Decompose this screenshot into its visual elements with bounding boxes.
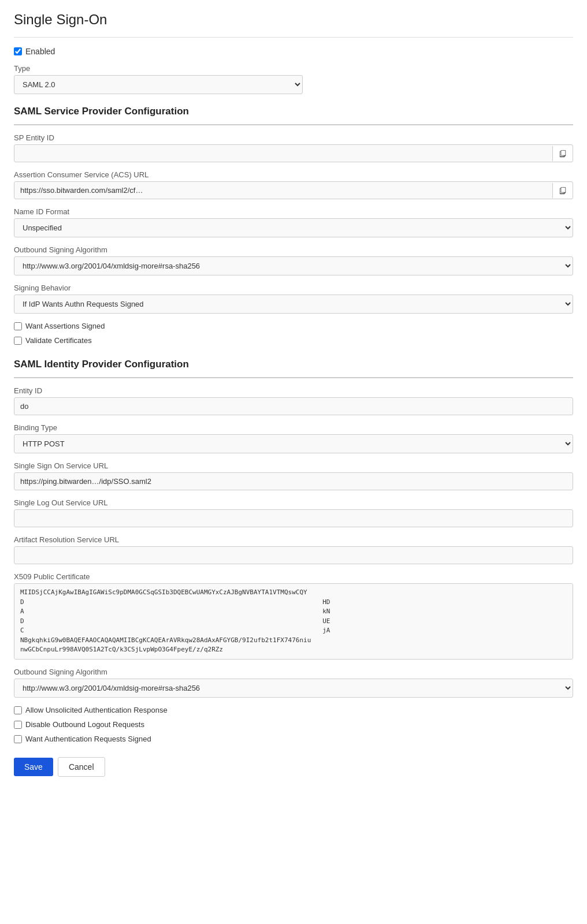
name-id-format-label: Name ID Format bbox=[14, 207, 573, 216]
sp-outbound-signing-select[interactable]: http://www.w3.org/2001/04/xmldsig-more#r… bbox=[14, 256, 573, 275]
x509-cert-input[interactable]: MIIDSjCCAjKgAwIBAgIGAWiSc9pDMA0GCSqGSIb3… bbox=[14, 584, 573, 659]
want-assertions-signed-checkbox[interactable] bbox=[14, 322, 22, 330]
sp-config-title: SAML Service Provider Configuration bbox=[14, 106, 573, 117]
binding-type-label: Binding Type bbox=[14, 423, 573, 432]
binding-type-group: Binding Type HTTP POST HTTP Redirect Art… bbox=[14, 423, 573, 453]
idp-entity-id-group: Entity ID bbox=[14, 386, 573, 415]
artifact-resolution-url-input[interactable] bbox=[14, 546, 573, 564]
signing-behavior-select[interactable]: If IdP Wants Authn Requests Signed Alway… bbox=[14, 295, 573, 314]
want-authn-requests-signed-group: Want Authentication Requests Signed bbox=[14, 735, 573, 743]
sp-config-section: SAML Service Provider Configuration SP E… bbox=[14, 106, 573, 345]
acs-url-wrapper bbox=[14, 181, 573, 199]
acs-url-label: Assertion Consumer Service (ACS) URL bbox=[14, 170, 573, 179]
slo-service-url-input[interactable] bbox=[14, 509, 573, 527]
idp-config-title: SAML Identity Provider Configuration bbox=[14, 359, 573, 370]
enabled-checkbox[interactable] bbox=[14, 47, 22, 55]
want-authn-requests-signed-checkbox[interactable] bbox=[14, 735, 22, 743]
idp-entity-id-label: Entity ID bbox=[14, 386, 573, 395]
allow-unsolicited-label[interactable]: Allow Unsolicited Authentication Respons… bbox=[25, 706, 168, 714]
page-divider bbox=[14, 37, 573, 38]
type-select[interactable]: SAML 2.0 OpenID Connect bbox=[14, 75, 303, 94]
copy-icon-acs bbox=[559, 187, 567, 195]
validate-certificates-group: Validate Certificates bbox=[14, 336, 573, 345]
allow-unsolicited-checkbox[interactable] bbox=[14, 706, 22, 714]
actions-row: Save Cancel bbox=[14, 757, 573, 777]
signing-behavior-label: Signing Behavior bbox=[14, 284, 573, 292]
sp-outbound-signing-group: Outbound Signing Algorithm http://www.w3… bbox=[14, 245, 573, 275]
validate-certificates-checkbox[interactable] bbox=[14, 337, 22, 345]
sp-entity-id-label: SP Entity ID bbox=[14, 133, 573, 142]
idp-config-section: SAML Identity Provider Configuration Ent… bbox=[14, 359, 573, 743]
enabled-label[interactable]: Enabled bbox=[25, 47, 55, 56]
allow-unsolicited-group: Allow Unsolicited Authentication Respons… bbox=[14, 706, 573, 714]
acs-url-group: Assertion Consumer Service (ACS) URL bbox=[14, 170, 573, 199]
want-authn-requests-signed-label[interactable]: Want Authentication Requests Signed bbox=[25, 735, 151, 743]
disable-outbound-logout-label[interactable]: Disable Outbound Logout Requests bbox=[25, 720, 144, 729]
name-id-format-select[interactable]: Unspecified Email Address Persistent Tra… bbox=[14, 218, 573, 237]
sso-service-url-input[interactable] bbox=[14, 472, 573, 490]
binding-type-select[interactable]: HTTP POST HTTP Redirect Artifact bbox=[14, 434, 573, 453]
page-title: Single Sign-On bbox=[14, 12, 573, 28]
sp-entity-id-wrapper: https://sso.bitwarden.com/saml2 bbox=[14, 144, 573, 162]
copy-icon bbox=[559, 150, 567, 158]
sso-service-url-label: Single Sign On Service URL bbox=[14, 461, 573, 470]
x509-cert-label: X509 Public Certificate bbox=[14, 572, 573, 581]
artifact-resolution-url-label: Artifact Resolution Service URL bbox=[14, 535, 573, 544]
want-assertions-signed-group: Want Assertions Signed bbox=[14, 322, 573, 330]
sp-outbound-signing-label: Outbound Signing Algorithm bbox=[14, 245, 573, 254]
sp-section-divider bbox=[14, 124, 573, 125]
acs-url-copy-button[interactable] bbox=[552, 183, 573, 198]
x509-cert-group: X509 Public Certificate MIIDSjCCAjKgAwIB… bbox=[14, 572, 573, 660]
slo-service-url-label: Single Log Out Service URL bbox=[14, 498, 573, 507]
name-id-format-group: Name ID Format Unspecified Email Address… bbox=[14, 207, 573, 237]
slo-service-url-group: Single Log Out Service URL bbox=[14, 498, 573, 527]
save-button[interactable]: Save bbox=[14, 758, 53, 776]
idp-outbound-signing-select[interactable]: http://www.w3.org/2001/04/xmldsig-more#r… bbox=[14, 679, 573, 698]
idp-outbound-signing-group: Outbound Signing Algorithm http://www.w3… bbox=[14, 668, 573, 698]
type-field-group: Type SAML 2.0 OpenID Connect bbox=[14, 64, 303, 94]
idp-outbound-signing-label: Outbound Signing Algorithm bbox=[14, 668, 573, 676]
sp-entity-id-group: SP Entity ID https://sso.bitwarden.com/s… bbox=[14, 133, 573, 162]
artifact-resolution-url-group: Artifact Resolution Service URL bbox=[14, 535, 573, 564]
idp-entity-id-input[interactable] bbox=[14, 397, 573, 415]
disable-outbound-logout-group: Disable Outbound Logout Requests bbox=[14, 720, 573, 729]
disable-outbound-logout-checkbox[interactable] bbox=[14, 721, 22, 729]
signing-behavior-group: Signing Behavior If IdP Wants Authn Requ… bbox=[14, 284, 573, 314]
type-label: Type bbox=[14, 64, 303, 73]
enabled-row: Enabled bbox=[14, 47, 573, 56]
cancel-button[interactable]: Cancel bbox=[58, 757, 105, 777]
sp-entity-id-input[interactable]: https://sso.bitwarden.com/saml2 bbox=[14, 145, 552, 162]
want-assertions-signed-label[interactable]: Want Assertions Signed bbox=[25, 322, 105, 330]
sso-service-url-group: Single Sign On Service URL bbox=[14, 461, 573, 490]
sp-entity-id-copy-button[interactable] bbox=[552, 146, 573, 161]
x509-cert-wrapper: MIIDSjCCAjKgAwIBAgIGAWiSc9pDMA0GCSqGSIb3… bbox=[14, 583, 573, 660]
validate-certificates-label[interactable]: Validate Certificates bbox=[25, 336, 92, 345]
acs-url-input[interactable] bbox=[14, 182, 552, 199]
idp-section-divider bbox=[14, 377, 573, 378]
